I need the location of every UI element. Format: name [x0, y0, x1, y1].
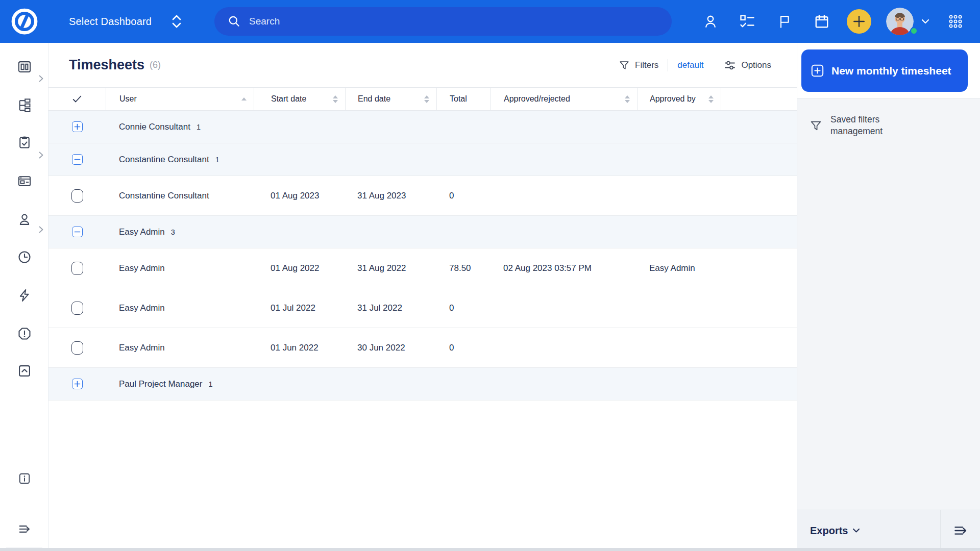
new-monthly-timesheet-button[interactable]: New monthly timesheet — [801, 49, 968, 92]
sort-asc-icon — [241, 97, 247, 101]
time-icon — [17, 250, 32, 264]
calendar-icon — [814, 14, 829, 29]
online-status-dot — [910, 27, 918, 35]
sidebar-item-alerts[interactable] — [0, 321, 48, 346]
collapse-panel-icon — [952, 522, 969, 539]
sidebar-item-time[interactable] — [0, 245, 48, 269]
collapse-group-button[interactable] — [72, 227, 83, 237]
cell-total: 0 — [436, 343, 490, 353]
person-icon — [703, 14, 718, 29]
collapse-panel-button[interactable] — [940, 510, 980, 551]
chevron-down-icon — [852, 528, 860, 533]
dashboard-icon — [17, 60, 32, 74]
select-all-header[interactable] — [48, 88, 106, 110]
avatar-dropdown-chevron[interactable] — [921, 19, 929, 24]
group-count: 1 — [208, 380, 212, 388]
collapse-group-button[interactable] — [72, 154, 83, 165]
column-header-end-date[interactable]: End date — [345, 88, 436, 110]
chevron-down-icon — [921, 19, 929, 24]
flags-menu-button[interactable] — [777, 14, 792, 29]
table-row[interactable]: Easy Admin 01 Jul 2022 31 Jul 2022 0 — [48, 288, 797, 328]
sort-both-icon — [625, 95, 630, 103]
row-checkbox[interactable] — [71, 262, 83, 275]
cell-start-date: 01 Aug 2023 — [254, 191, 345, 201]
user-menu-button[interactable] — [703, 14, 718, 29]
upgrade-icon — [17, 364, 32, 378]
options-button[interactable]: Options — [724, 59, 771, 71]
sidebar-item-dashboards[interactable] — [0, 55, 48, 79]
dashboard-selector[interactable]: Select Dashboard — [69, 0, 182, 43]
table-row[interactable]: Constantine Consultant 01 Aug 2023 31 Au… — [48, 176, 797, 216]
exports-dropdown[interactable]: Exports — [797, 510, 940, 551]
cell-approved-by: Easy Admin — [637, 263, 721, 273]
cell-approved-rejected: 02 Aug 2023 03:57 PM — [490, 263, 637, 273]
active-filter-link[interactable]: default — [677, 60, 703, 70]
expand-group-button[interactable] — [72, 121, 83, 132]
cell-total: 0 — [436, 191, 490, 201]
sidebar-item-upgrade[interactable] — [0, 359, 48, 383]
cell-start-date: 01 Aug 2022 — [254, 263, 345, 273]
cell-total: 78.50 — [436, 263, 490, 273]
sidebar-item-users[interactable] — [0, 207, 48, 232]
group-name: Paul Project Manager — [119, 379, 202, 389]
column-header-approved-by[interactable]: Approved by — [637, 88, 721, 110]
minus-icon — [74, 229, 81, 235]
row-checkbox[interactable] — [71, 302, 83, 315]
column-header-user[interactable]: User — [106, 88, 254, 110]
table-row-group[interactable]: Easy Admin 3 — [48, 216, 797, 248]
search-input[interactable] — [249, 16, 606, 27]
exports-label: Exports — [810, 525, 848, 537]
expand-group-button[interactable] — [72, 379, 83, 389]
group-name: Connie Consultant — [119, 122, 190, 132]
easy-project-logo-icon — [10, 7, 39, 36]
cards-icon — [17, 174, 32, 188]
apps-grid-button[interactable] — [949, 15, 962, 28]
dashboard-selector-label: Select Dashboard — [69, 16, 152, 28]
search-bar[interactable] — [214, 7, 672, 36]
tasks-menu-button[interactable] — [740, 14, 755, 29]
flag-icon — [777, 14, 792, 29]
cell-start-date: 01 Jul 2022 — [254, 303, 345, 313]
sidebar-item-info[interactable] — [0, 466, 48, 491]
cell-start-date: 01 Jun 2022 — [254, 343, 345, 353]
sidebar-item-projects[interactable] — [0, 93, 48, 117]
plus-icon — [74, 381, 81, 387]
cell-user: Constantine Consultant — [106, 191, 254, 201]
sidebar-item-quick-actions[interactable] — [0, 283, 48, 308]
project-tree-icon — [17, 98, 32, 112]
table-row-group[interactable]: Connie Consultant 1 — [48, 111, 797, 143]
sort-both-icon — [708, 95, 714, 103]
main-content: Timesheets (6) Filters default — [48, 43, 797, 551]
quick-add-button[interactable] — [847, 9, 871, 34]
user-icon — [17, 212, 32, 227]
group-name: Constantine Consultant — [119, 155, 209, 165]
options-label: Options — [741, 60, 771, 70]
cell-end-date: 30 Jun 2022 — [345, 343, 436, 353]
select-all-check-icon — [71, 93, 83, 105]
table-row[interactable]: Easy Admin 01 Aug 2022 31 Aug 2022 78.50… — [48, 248, 797, 288]
toolbar-separator — [668, 59, 668, 71]
table-row-group[interactable]: Constantine Consultant 1 — [48, 143, 797, 176]
table-row-group[interactable]: Paul Project Manager 1 — [48, 368, 797, 400]
row-checkbox[interactable] — [71, 341, 83, 355]
column-header-total[interactable]: Total — [436, 88, 490, 110]
info-icon — [18, 472, 31, 485]
column-header-approved-rejected[interactable]: Approved/rejected — [490, 88, 637, 110]
sidebar-item-boards[interactable] — [0, 169, 48, 193]
row-checkbox[interactable] — [71, 189, 83, 203]
top-bar: Select Dashboard — [0, 0, 980, 43]
avatar-photo — [886, 8, 914, 35]
filters-button[interactable]: Filters — [619, 60, 658, 71]
saved-filters-management[interactable]: Saved filters management — [797, 98, 980, 137]
tasks-clipboard-icon — [17, 135, 32, 149]
calendar-menu-button[interactable] — [814, 14, 829, 29]
sidebar-collapse-button[interactable] — [0, 517, 48, 541]
table-row[interactable]: Easy Admin 01 Jun 2022 30 Jun 2022 0 — [48, 328, 797, 368]
column-header-start-date[interactable]: Start date — [254, 88, 345, 110]
user-avatar[interactable] — [886, 8, 914, 35]
sidebar-item-tasks[interactable] — [0, 130, 48, 155]
cell-end-date: 31 Aug 2023 — [345, 191, 436, 201]
left-sidebar — [0, 43, 48, 551]
task-list-icon — [740, 14, 755, 29]
app-logo[interactable] — [0, 0, 48, 43]
